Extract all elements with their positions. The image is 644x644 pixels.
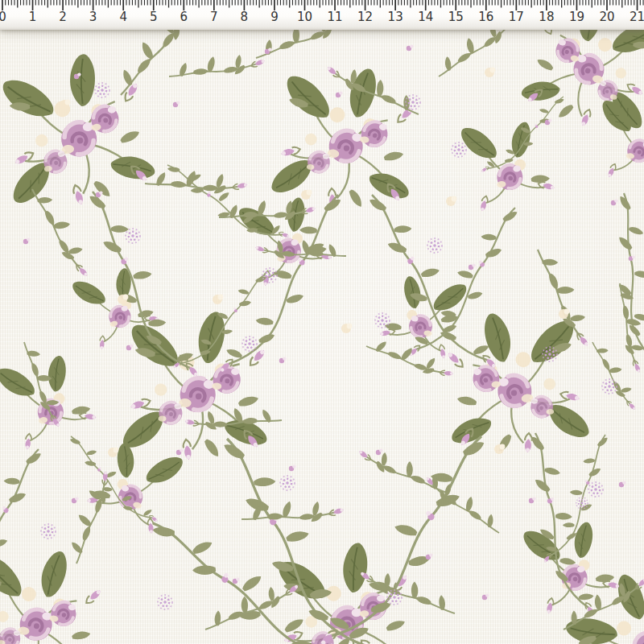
ruler-number: 3 [89, 10, 97, 24]
clusterL-motif [0, 43, 161, 216]
ruler-number: 6 [180, 10, 188, 24]
ruler-number: 20 [599, 10, 614, 24]
floral-motifs-layer [0, 0, 644, 644]
budlet-motif [176, 448, 184, 455]
clusterM-motif [519, 513, 623, 617]
budlet-motif [96, 191, 103, 197]
ruler-number: 18 [539, 10, 554, 24]
budlet-motif [126, 344, 134, 350]
ruler-number: 5 [150, 10, 158, 24]
budlet-motif [407, 44, 414, 51]
daisy-motif [427, 238, 442, 253]
ruler-number: 0 [0, 10, 6, 24]
budlet-motif [529, 497, 536, 503]
sprig-motif [145, 152, 250, 214]
daisy-motif [588, 482, 603, 497]
ruler-number: 1 [29, 10, 37, 24]
daisy-motif [41, 524, 56, 539]
creamlet-motif [485, 68, 495, 77]
budlet-motif [279, 357, 287, 363]
ruler-number: 7 [210, 10, 218, 24]
ruler-number: 12 [357, 10, 373, 24]
budlet-motif [336, 91, 343, 97]
daisy-motif [602, 379, 617, 394]
sprig-motif [354, 448, 452, 493]
ruler-number: 13 [388, 10, 403, 24]
floral-print-pattern [0, 0, 644, 644]
ruler-numbers: 0123456789101112131415161718192021 [0, 0, 644, 30]
ruler-number: 17 [509, 10, 524, 24]
vine-motif [165, 134, 291, 270]
budlet-motif [72, 497, 79, 503]
vine-motif [0, 433, 42, 627]
ruler-number: 19 [569, 10, 584, 24]
budlet-motif [23, 237, 31, 244]
daisy-motif [452, 142, 466, 157]
sprig-motif [612, 283, 644, 374]
ruler-number: 15 [448, 10, 464, 24]
clusterM-motif [82, 432, 188, 539]
creamlet-motif [108, 448, 118, 457]
budlet-motif [619, 481, 626, 487]
budlet-motif [426, 553, 433, 559]
ruler-number: 21 [630, 10, 644, 24]
ruler-number: 14 [418, 10, 433, 24]
ruler-number: 9 [270, 10, 279, 24]
budlet-motif [469, 263, 476, 270]
fabric-swatch-photo: 0123456789101112131415161718192021 [0, 0, 644, 644]
clusterM-motif [457, 114, 557, 213]
daisy-motif [126, 229, 140, 243]
budlet-motif [611, 199, 618, 205]
budlet-motif [233, 577, 240, 584]
budlet-motif [289, 464, 296, 471]
budlet-motif [376, 448, 383, 455]
ruler-number: 2 [59, 10, 67, 24]
clusterL-motif [0, 537, 114, 644]
ruler-number: 16 [478, 10, 493, 24]
clusterM-motif [0, 345, 101, 454]
ruler-number: 11 [328, 10, 343, 24]
budlet-motif [173, 101, 180, 107]
creamlet-motif [494, 444, 505, 454]
creamlet-motif [341, 324, 352, 333]
ruler: 0123456789101112131415161718192021 [0, 0, 644, 30]
vine-motif [368, 175, 498, 390]
daisy-motif [95, 83, 109, 97]
sprig-motif [200, 583, 303, 630]
sprig-motif [169, 45, 266, 89]
ruler-number: 8 [241, 10, 249, 24]
clusterL-motif [116, 305, 275, 463]
ruler-number: 10 [297, 10, 312, 24]
creamlet-motif [213, 295, 223, 304]
creamlet-motif [301, 190, 312, 200]
sprig-motif [416, 475, 509, 533]
daisy-motif [280, 476, 295, 490]
daisy-motif [158, 595, 172, 609]
budlet-motif [482, 593, 489, 600]
creamlet-motif [446, 196, 456, 206]
ruler-number: 4 [119, 10, 127, 24]
